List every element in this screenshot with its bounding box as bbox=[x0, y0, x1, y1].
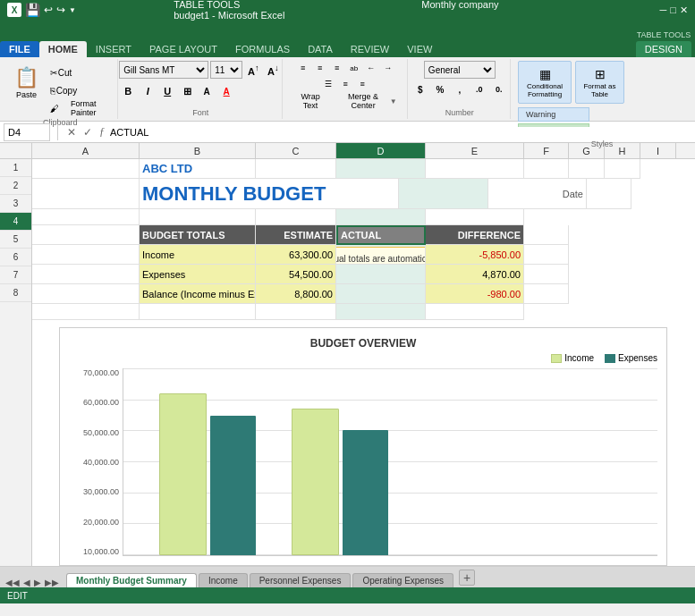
indent-decrease-button[interactable]: ← bbox=[363, 61, 379, 75]
cell-e6[interactable]: 4,870.00 bbox=[426, 265, 524, 284]
cell-d8[interactable] bbox=[336, 304, 426, 320]
row-num-7[interactable]: 7 bbox=[0, 266, 31, 284]
cell-b4[interactable]: BUDGET TOTALS bbox=[140, 225, 256, 245]
cut-button[interactable]: ✂ Cut bbox=[46, 64, 112, 80]
sheet-tab-personnel-expenses[interactable]: Personnel Expenses bbox=[250, 573, 352, 587]
cell-d4[interactable]: ACTUAL bbox=[336, 225, 426, 245]
quick-access-undo[interactable]: ↩ bbox=[44, 4, 53, 16]
font-size-select[interactable]: 11 bbox=[210, 61, 242, 79]
row-num-4[interactable]: 4 bbox=[0, 213, 31, 231]
cell-a4[interactable] bbox=[32, 225, 140, 245]
col-header-h[interactable]: H bbox=[605, 143, 640, 158]
decrease-font-button[interactable]: A↓ bbox=[264, 61, 282, 79]
increase-decimal-button[interactable]: .0 bbox=[470, 80, 488, 98]
increase-font-button[interactable]: A↑ bbox=[244, 61, 262, 79]
merge-center-button[interactable]: Merge & Center ▼ bbox=[333, 93, 401, 109]
cell-e7[interactable]: -980.00 bbox=[426, 284, 524, 304]
confirm-formula-icon[interactable]: ✓ bbox=[81, 124, 94, 140]
align-top-right-button[interactable]: ≡ bbox=[329, 61, 345, 75]
percent-button[interactable]: % bbox=[431, 80, 449, 98]
underline-button[interactable]: U bbox=[158, 82, 176, 100]
font-family-select[interactable]: Gill Sans MT bbox=[119, 61, 208, 79]
quick-access-redo[interactable]: ↪ bbox=[56, 4, 65, 16]
cell-e4[interactable]: DIFFERENCE bbox=[426, 225, 524, 245]
cell-a1[interactable] bbox=[32, 159, 140, 179]
align-top-center-button[interactable]: ≡ bbox=[312, 61, 328, 75]
cell-f1[interactable] bbox=[524, 159, 569, 179]
tab-design[interactable]: DESIGN bbox=[636, 41, 691, 57]
cell-a8[interactable] bbox=[32, 304, 140, 320]
add-sheet-button[interactable]: + bbox=[459, 570, 475, 586]
cancel-formula-icon[interactable]: ✕ bbox=[65, 124, 78, 140]
col-header-c[interactable]: C bbox=[256, 143, 336, 158]
cell-e2[interactable]: Date bbox=[488, 179, 587, 209]
wrap-text-button[interactable]: Wrap Text bbox=[290, 93, 332, 109]
sheet-tab-operating-expenses[interactable]: Operating Expenses bbox=[352, 573, 453, 587]
col-header-e[interactable]: E bbox=[426, 143, 524, 158]
tab-data[interactable]: DATA bbox=[299, 41, 342, 57]
cell-d3[interactable] bbox=[336, 209, 426, 225]
window-controls[interactable]: ─ □ ✕ bbox=[660, 4, 688, 16]
bold-button[interactable]: B bbox=[119, 82, 137, 100]
cell-a6[interactable] bbox=[32, 265, 140, 284]
italic-button[interactable]: I bbox=[139, 82, 157, 100]
cell-d6[interactable] bbox=[336, 265, 426, 284]
cell-h1[interactable] bbox=[605, 159, 640, 179]
orientation-button[interactable]: ab bbox=[346, 61, 362, 75]
quick-access-dropdown[interactable]: ▼ bbox=[69, 6, 76, 14]
cell-d2[interactable] bbox=[399, 179, 488, 209]
quick-access-save[interactable]: 💾 bbox=[25, 3, 40, 17]
cell-b5[interactable]: Income bbox=[140, 245, 256, 265]
col-header-d[interactable]: D bbox=[336, 143, 426, 158]
cell-b3[interactable] bbox=[140, 209, 256, 225]
tab-formulas[interactable]: FORMULAS bbox=[226, 41, 299, 57]
row-num-8[interactable]: 8 bbox=[0, 284, 31, 302]
conditional-formatting-button[interactable]: ▦ Conditional Formatting bbox=[518, 61, 572, 104]
chart-container[interactable]: BUDGET OVERVIEW Income Expenses 70,000.0… bbox=[32, 320, 695, 566]
cell-b7[interactable]: Balance (Income minus Expenses) bbox=[140, 284, 256, 304]
align-center-button[interactable]: ≡ bbox=[337, 77, 353, 91]
row-num-2[interactable]: 2 bbox=[0, 177, 31, 195]
cell-f2[interactable] bbox=[587, 179, 631, 209]
paste-button[interactable]: 📋 Paste bbox=[9, 61, 44, 104]
align-top-left-button[interactable]: ≡ bbox=[295, 61, 311, 75]
scroll-tabs-right[interactable]: ▶▶ bbox=[43, 578, 61, 587]
cell-f5[interactable] bbox=[524, 245, 569, 265]
font-color-button[interactable]: A bbox=[217, 82, 235, 100]
cell-a7[interactable] bbox=[32, 284, 140, 304]
row-num-5[interactable]: 5 bbox=[0, 231, 31, 249]
decrease-decimal-button[interactable]: 0. bbox=[490, 80, 508, 98]
cell-c6[interactable]: 54,500.00 bbox=[256, 265, 336, 284]
col-header-f[interactable]: F bbox=[524, 143, 569, 158]
cell-f7[interactable] bbox=[524, 284, 569, 304]
cell-c1[interactable] bbox=[256, 159, 336, 179]
tab-file[interactable]: FILE bbox=[0, 41, 39, 57]
tab-home[interactable]: HOME bbox=[39, 41, 87, 57]
scroll-tabs-left[interactable]: ◀◀ bbox=[4, 578, 21, 587]
formula-input[interactable] bbox=[110, 127, 691, 138]
cell-f6[interactable] bbox=[524, 265, 569, 284]
scroll-tab-left[interactable]: ◀ bbox=[21, 578, 32, 587]
cell-d1[interactable] bbox=[336, 159, 426, 179]
cell-e3[interactable] bbox=[426, 209, 524, 225]
format-painter-button[interactable]: 🖌 Format Painter bbox=[46, 100, 112, 116]
row-num-1[interactable]: 1 bbox=[0, 159, 31, 177]
tab-view[interactable]: VIEW bbox=[398, 41, 441, 57]
cell-f4[interactable] bbox=[524, 225, 569, 245]
cell-b6[interactable]: Expenses bbox=[140, 265, 256, 284]
format-as-table-button[interactable]: ⊞ Format as Table bbox=[575, 61, 624, 104]
border-button[interactable]: ⊞ bbox=[178, 82, 196, 100]
row-num-6[interactable]: 6 bbox=[0, 249, 31, 266]
align-right-button[interactable]: ≡ bbox=[354, 77, 370, 91]
cell-a2[interactable] bbox=[32, 179, 140, 209]
col-header-a[interactable]: A bbox=[32, 143, 140, 158]
sheet-tab-income[interactable]: Income bbox=[199, 573, 248, 587]
cell-e5[interactable]: -5,850.00 bbox=[426, 245, 524, 265]
cell-c4[interactable]: ESTIMATE bbox=[256, 225, 336, 245]
cell-b1[interactable]: ABC LTD bbox=[140, 159, 256, 179]
cell-c8[interactable] bbox=[256, 304, 336, 320]
cell-g1[interactable] bbox=[569, 159, 605, 179]
cell-b8[interactable] bbox=[140, 304, 256, 320]
warning-style[interactable]: Warning bbox=[518, 107, 589, 122]
scroll-tab-right[interactable]: ▶ bbox=[32, 578, 43, 587]
